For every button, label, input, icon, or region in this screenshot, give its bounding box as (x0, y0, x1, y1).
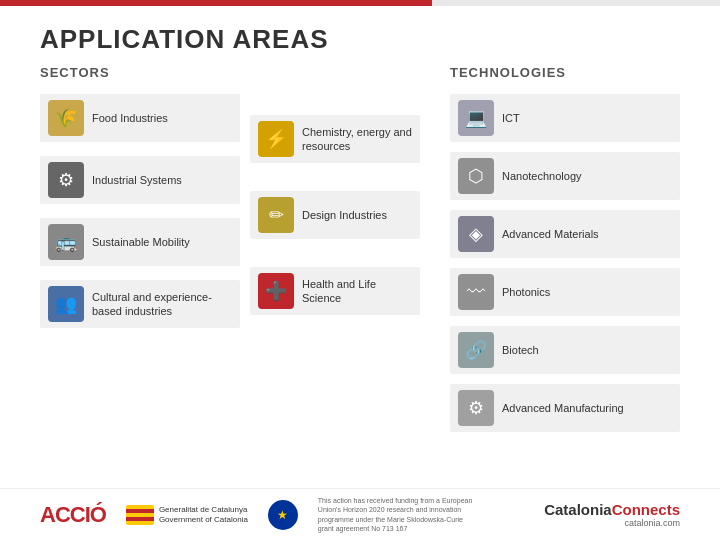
health-label: Health and Life Science (302, 277, 412, 306)
ict-icon: 💻 (458, 100, 494, 136)
list-item: 〰 Photonics (450, 268, 680, 316)
list-item: ⚙ Advanced Manufacturing (450, 384, 680, 432)
list-item: ⬡ Nanotechnology (450, 152, 680, 200)
eu-logo: ★ (268, 500, 298, 530)
mobility-label: Sustainable Mobility (92, 235, 190, 249)
list-item: 🔗 Biotech (450, 326, 680, 374)
accio-logo: ACCIÓ (40, 502, 106, 528)
nano-label: Nanotechnology (502, 170, 582, 182)
list-item: 🌾 Food Industries (40, 94, 240, 142)
industrial-icon: ⚙ (48, 162, 84, 198)
list-item: 🚌 Sustainable Mobility (40, 218, 240, 266)
chemistry-label: Chemistry, energy and resources (302, 125, 412, 154)
connects-text: Connects (612, 501, 680, 518)
design-icon: ✏ (258, 197, 294, 233)
technologies-header: TECHNOLOGIES (450, 65, 680, 80)
design-label: Design Industries (302, 208, 387, 222)
advanced-materials-label: Advanced Materials (502, 228, 599, 240)
advanced-manufacturing-icon: ⚙ (458, 390, 494, 426)
list-item: 💻 ICT (450, 94, 680, 142)
list-item: ✏ Design Industries (250, 191, 420, 239)
catalonia-text: Catalonia (544, 501, 612, 518)
biotech-label: Biotech (502, 344, 539, 356)
page-title: APPLICATION AREAS (0, 6, 720, 65)
list-item: ➕ Health and Life Science (250, 267, 420, 315)
cultural-label: Cultural and experience-based industries (92, 290, 232, 319)
photonics-icon: 〰 (458, 274, 494, 310)
technologies-column: TECHNOLOGIES 💻 ICT ⬡ Nanotechnology ◈ Ad… (420, 65, 680, 442)
catalonia-brand: CataloniaConnects (544, 501, 680, 518)
generalitat-logo: Generalitat de CatalunyaGovernment of Ca… (126, 505, 248, 525)
list-item: ⚡ Chemistry, energy and resources (250, 115, 420, 163)
cultural-icon: 👥 (48, 286, 84, 322)
biotech-icon: 🔗 (458, 332, 494, 368)
mobility-icon: 🚌 (48, 224, 84, 260)
sectors-column: SECTORS 🌾 Food Industries ⚙ Industrial S… (40, 65, 240, 442)
advanced-manufacturing-label: Advanced Manufacturing (502, 402, 624, 414)
footer: ACCIÓ Generalitat de CatalunyaGovernment… (0, 488, 720, 540)
eu-disclaimer-text: This action has received funding from a … (318, 496, 478, 532)
advanced-materials-icon: ◈ (458, 216, 494, 252)
food-label: Food Industries (92, 111, 168, 125)
list-item: ⚙ Industrial Systems (40, 156, 240, 204)
food-icon: 🌾 (48, 100, 84, 136)
photonics-label: Photonics (502, 286, 550, 298)
ict-label: ICT (502, 112, 520, 124)
middle-column: ⚡ Chemistry, energy and resources ✏ Desi… (240, 65, 420, 442)
list-item: 👥 Cultural and experience-based industri… (40, 280, 240, 328)
generalitat-text: Generalitat de CatalunyaGovernment of Ca… (159, 505, 248, 524)
industrial-label: Industrial Systems (92, 173, 182, 187)
sectors-header: SECTORS (40, 65, 240, 80)
catalan-flag-icon (126, 505, 154, 525)
health-icon: ➕ (258, 273, 294, 309)
list-item: ◈ Advanced Materials (450, 210, 680, 258)
catalonia-connects-logo: CataloniaConnects catalonia.com (544, 501, 680, 528)
nano-icon: ⬡ (458, 158, 494, 194)
eu-circle-icon: ★ (268, 500, 298, 530)
chemistry-icon: ⚡ (258, 121, 294, 157)
catalonia-url: catalonia.com (544, 518, 680, 528)
